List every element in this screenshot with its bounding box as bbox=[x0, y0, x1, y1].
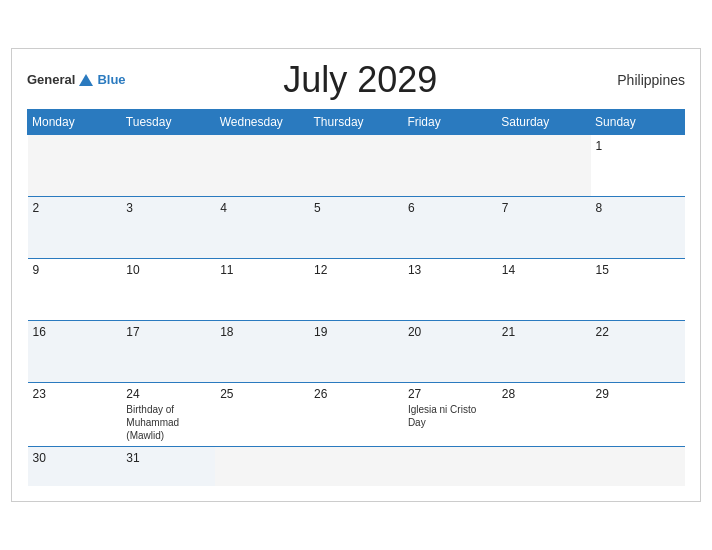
calendar-cell: 24Birthday of Muhammad (Mawlid) bbox=[121, 382, 215, 446]
calendar-week-row: 2324Birthday of Muhammad (Mawlid)252627I… bbox=[28, 382, 685, 446]
day-number: 20 bbox=[408, 325, 492, 339]
calendar-cell bbox=[215, 446, 309, 486]
day-number: 1 bbox=[596, 139, 680, 153]
day-number: 8 bbox=[596, 201, 680, 215]
calendar-cell: 11 bbox=[215, 258, 309, 320]
calendar-container: General Blue July 2029 Philippines Monda… bbox=[11, 48, 701, 503]
logo: General Blue bbox=[27, 71, 126, 89]
day-number: 5 bbox=[314, 201, 398, 215]
weekday-header-saturday: Saturday bbox=[497, 109, 591, 134]
calendar-cell bbox=[121, 134, 215, 196]
weekday-header-wednesday: Wednesday bbox=[215, 109, 309, 134]
day-number: 11 bbox=[220, 263, 304, 277]
holiday-label: Birthday of Muhammad (Mawlid) bbox=[126, 403, 210, 442]
weekday-header-sunday: Sunday bbox=[591, 109, 685, 134]
calendar-cell: 2 bbox=[28, 196, 122, 258]
calendar-cell bbox=[403, 134, 497, 196]
calendar-cell: 18 bbox=[215, 320, 309, 382]
calendar-cell: 25 bbox=[215, 382, 309, 446]
calendar-cell: 9 bbox=[28, 258, 122, 320]
day-number: 30 bbox=[33, 451, 117, 465]
day-number: 4 bbox=[220, 201, 304, 215]
logo-triangle-icon bbox=[79, 74, 93, 86]
calendar-cell bbox=[497, 446, 591, 486]
day-number: 6 bbox=[408, 201, 492, 215]
calendar-cell: 23 bbox=[28, 382, 122, 446]
day-number: 19 bbox=[314, 325, 398, 339]
day-number: 26 bbox=[314, 387, 398, 401]
day-number: 29 bbox=[596, 387, 680, 401]
day-number: 13 bbox=[408, 263, 492, 277]
calendar-cell bbox=[28, 134, 122, 196]
day-number: 16 bbox=[33, 325, 117, 339]
calendar-cell bbox=[497, 134, 591, 196]
calendar-cell: 28 bbox=[497, 382, 591, 446]
calendar-cell: 6 bbox=[403, 196, 497, 258]
holiday-label: Iglesia ni Cristo Day bbox=[408, 403, 492, 429]
weekday-header-row: MondayTuesdayWednesdayThursdayFridaySatu… bbox=[28, 109, 685, 134]
day-number: 17 bbox=[126, 325, 210, 339]
calendar-week-row: 1 bbox=[28, 134, 685, 196]
calendar-title: July 2029 bbox=[126, 59, 595, 101]
calendar-cell: 20 bbox=[403, 320, 497, 382]
weekday-header-tuesday: Tuesday bbox=[121, 109, 215, 134]
calendar-grid: MondayTuesdayWednesdayThursdayFridaySatu… bbox=[27, 109, 685, 487]
day-number: 3 bbox=[126, 201, 210, 215]
day-number: 18 bbox=[220, 325, 304, 339]
calendar-cell: 7 bbox=[497, 196, 591, 258]
day-number: 28 bbox=[502, 387, 586, 401]
day-number: 9 bbox=[33, 263, 117, 277]
weekday-header-friday: Friday bbox=[403, 109, 497, 134]
calendar-week-row: 2345678 bbox=[28, 196, 685, 258]
calendar-week-row: 3031 bbox=[28, 446, 685, 486]
calendar-cell bbox=[403, 446, 497, 486]
logo-general-text: General bbox=[27, 72, 75, 87]
day-number: 7 bbox=[502, 201, 586, 215]
day-number: 22 bbox=[596, 325, 680, 339]
calendar-cell: 14 bbox=[497, 258, 591, 320]
calendar-cell: 4 bbox=[215, 196, 309, 258]
calendar-cell: 26 bbox=[309, 382, 403, 446]
day-number: 21 bbox=[502, 325, 586, 339]
calendar-cell: 29 bbox=[591, 382, 685, 446]
weekday-header-thursday: Thursday bbox=[309, 109, 403, 134]
calendar-cell: 31 bbox=[121, 446, 215, 486]
calendar-cell: 1 bbox=[591, 134, 685, 196]
day-number: 31 bbox=[126, 451, 210, 465]
calendar-cell: 16 bbox=[28, 320, 122, 382]
day-number: 14 bbox=[502, 263, 586, 277]
calendar-cell: 5 bbox=[309, 196, 403, 258]
calendar-cell: 30 bbox=[28, 446, 122, 486]
weekday-header-monday: Monday bbox=[28, 109, 122, 134]
logo-blue-text: Blue bbox=[97, 72, 125, 87]
day-number: 23 bbox=[33, 387, 117, 401]
calendar-cell bbox=[591, 446, 685, 486]
calendar-week-row: 16171819202122 bbox=[28, 320, 685, 382]
calendar-cell: 12 bbox=[309, 258, 403, 320]
day-number: 27 bbox=[408, 387, 492, 401]
country-name: Philippines bbox=[595, 72, 685, 88]
calendar-cell: 21 bbox=[497, 320, 591, 382]
calendar-cell: 8 bbox=[591, 196, 685, 258]
calendar-cell bbox=[215, 134, 309, 196]
day-number: 12 bbox=[314, 263, 398, 277]
calendar-week-row: 9101112131415 bbox=[28, 258, 685, 320]
calendar-cell: 27Iglesia ni Cristo Day bbox=[403, 382, 497, 446]
calendar-cell bbox=[309, 446, 403, 486]
calendar-cell: 10 bbox=[121, 258, 215, 320]
calendar-header: General Blue July 2029 Philippines bbox=[27, 59, 685, 101]
day-number: 25 bbox=[220, 387, 304, 401]
day-number: 24 bbox=[126, 387, 210, 401]
calendar-cell: 22 bbox=[591, 320, 685, 382]
calendar-cell: 13 bbox=[403, 258, 497, 320]
day-number: 2 bbox=[33, 201, 117, 215]
day-number: 10 bbox=[126, 263, 210, 277]
calendar-cell bbox=[309, 134, 403, 196]
calendar-cell: 3 bbox=[121, 196, 215, 258]
calendar-cell: 15 bbox=[591, 258, 685, 320]
day-number: 15 bbox=[596, 263, 680, 277]
calendar-cell: 19 bbox=[309, 320, 403, 382]
calendar-cell: 17 bbox=[121, 320, 215, 382]
